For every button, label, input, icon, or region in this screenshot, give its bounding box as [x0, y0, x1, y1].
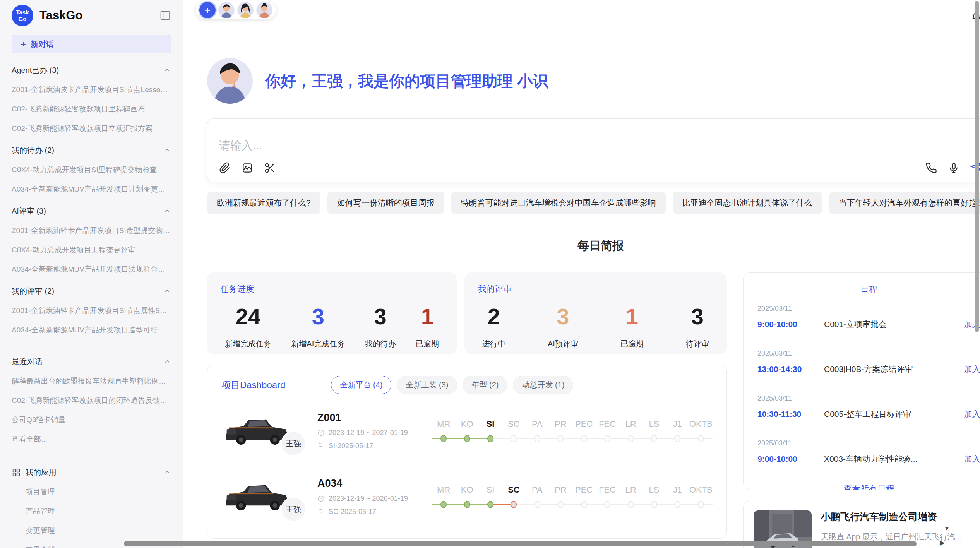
chevron-up-icon[interactable] [163, 358, 171, 366]
schedule-name: X003-车辆动力学性能验... [824, 454, 957, 464]
join-link[interactable]: 加入 [964, 454, 980, 464]
suggestion-chips: 欧洲新规最近颁布了什么? 如何写一份清晰的项目周报 特朗普可能对进口汽车增税会对… [207, 192, 980, 214]
scissors-icon[interactable] [264, 162, 276, 174]
agent-avatar-2[interactable] [237, 2, 254, 18]
chevron-up-icon[interactable] [163, 147, 171, 154]
list-item[interactable]: Z001-全新燃油轻卡产品开发项目SI节点属性5D文件评审 [12, 306, 171, 316]
section-recent-chats[interactable]: 最近对话 [12, 356, 171, 367]
stat-value: 3 [548, 305, 578, 329]
attachment-icon[interactable] [219, 162, 231, 174]
chevron-up-icon[interactable] [163, 67, 171, 74]
sidebar-item-project-mgmt[interactable]: 项目管理 [26, 487, 171, 497]
list-item[interactable]: Z001-全新燃油皮卡产品开发项目SI节点Lesson Learn报告 [12, 85, 171, 95]
project-row[interactable]: 王强 A034 2023-12-19 ~ 2026-01-19 SC-2025-… [207, 468, 726, 526]
scroll-down-arrow[interactable]: ▼ [944, 525, 950, 533]
list-item[interactable]: C02-飞腾新能源轻客改款项目的闭环通告反馈情况 [12, 396, 171, 406]
stat: 2进行中 [482, 305, 505, 349]
section-agent-done[interactable]: Agent已办 (3) [12, 65, 171, 75]
sidebar-item-my-apps[interactable]: 我的应用 [12, 467, 171, 478]
divider [12, 347, 171, 347]
list-item[interactable]: C02-飞腾新能源轻客改款项目里程碑画布 [12, 104, 171, 114]
sidebar-item-label: 我的应用 [26, 467, 57, 478]
app-grid-icon [12, 468, 21, 477]
divider [12, 456, 171, 456]
list-item[interactable]: C02-飞腾新能源轻客改款项目立项汇报方案 [12, 123, 171, 134]
chat-input[interactable]: 请输入... [219, 138, 980, 154]
list-item[interactable]: A034-全新新能源MUV产品开发项目法规符合性评审 [12, 264, 171, 274]
milestone-PR: PR [549, 485, 572, 508]
phone-call-icon[interactable] [925, 162, 937, 174]
schedule-time: 9:00-10:00 [757, 454, 824, 464]
flag-icon [317, 508, 325, 515]
project-dates: 2023-12-19 ~ 2027-01-19 [329, 429, 408, 437]
suggestion-chip[interactable]: 特朗普可能对进口汽车增税会对中国车企造成哪些影响 [451, 192, 666, 214]
schedule-card: 日程 2025/03/11 9:00-10:00 C001-立项审批会 加入 2… [743, 272, 980, 490]
suggestion-chip[interactable]: 当下年轻人对汽车外观有怎样的喜好趋势 [829, 192, 980, 214]
section-label: 最近对话 [12, 356, 43, 367]
suggestion-chip[interactable]: 如何写一份清晰的项目周报 [327, 192, 444, 214]
agent-avatar-1[interactable] [218, 2, 235, 18]
milestone-FEC: FEC [596, 419, 619, 442]
milestone-SC: SC [502, 419, 525, 442]
project-car-image: 王强 [221, 412, 299, 450]
add-agent-button[interactable]: + [199, 2, 216, 18]
microphone-icon[interactable] [948, 162, 959, 174]
list-item[interactable]: A034-全新新能源MUV产品开发项目造型可行性评审 [12, 325, 171, 335]
schedule-item: 2025/03/11 13:00-14:30 C003|H0B-方案冻结评审 加… [755, 340, 980, 385]
project-row-partial [207, 536, 726, 539]
chevron-up-icon[interactable] [163, 288, 171, 295]
assistant-avatar [207, 58, 253, 104]
sidebar-item-product-mgmt[interactable]: 产品管理 [26, 506, 171, 516]
greeting-text: 你好，王强，我是你的项目管理助理 小识 [265, 70, 548, 92]
section-ai-review[interactable]: AI评审 (3) [12, 206, 171, 216]
tab-new-platform[interactable]: 全新平台 (4) [331, 376, 391, 394]
tab-powertrain-dev[interactable]: 动总开发 (1) [513, 376, 573, 394]
milestone-KO: KO [455, 419, 478, 442]
list-item[interactable]: Z001-全新燃油轻卡产品开发项目SI造型提交物评审 [12, 226, 171, 236]
card-title: 我的评审 [478, 283, 714, 295]
stat-label: 新增完成任务 [225, 339, 271, 349]
list-item[interactable]: 公司Q3轻卡销量 [12, 415, 171, 425]
list-item[interactable]: C0X4-动力总成开发项目SI里程碑提交物检查 [12, 165, 171, 175]
image-upload-icon[interactable] [242, 162, 253, 174]
join-link[interactable]: 加入 [964, 364, 980, 375]
new-chat-button[interactable]: + 新对话 [12, 35, 171, 53]
project-flag: SI-2025-05-17 [329, 442, 373, 450]
chevron-up-icon[interactable] [163, 207, 171, 215]
horizontal-scrollbar[interactable] [124, 541, 917, 546]
tab-new-bodywork[interactable]: 全新上装 (3) [397, 376, 457, 394]
milestone-KO: KO [455, 485, 478, 508]
list-item[interactable]: 解释最新出台的欧盟报废车法规再生塑料比例被调至15%... [12, 376, 171, 386]
collapse-sidebar-icon[interactable] [159, 10, 171, 21]
stat-label: 已逾期 [620, 339, 644, 349]
section-my-review[interactable]: 我的评审 (2) [12, 286, 171, 296]
scroll-right-arrow[interactable]: ▶ [940, 539, 945, 547]
stat-value: 1 [416, 305, 439, 329]
stat-value: 3 [686, 305, 709, 329]
project-row[interactable]: 王强 Z001 2023-12-19 ~ 2027-01-19 SI-2025-… [207, 402, 726, 460]
logo-line1: Task [16, 9, 29, 15]
project-code: Z001 [317, 412, 430, 424]
list-item[interactable]: C0X4-动力总成开发项目工程变更评审 [12, 245, 171, 255]
tab-year-model[interactable]: 年型 (2) [463, 376, 507, 394]
stat-label: 我的待办 [365, 339, 396, 349]
stat: 3AI预评审 [548, 305, 578, 349]
list-item[interactable]: A034-全新新能源MUV产品开发项目计划变更表编写 [12, 184, 171, 194]
view-all-recent[interactable]: 查看全部... [12, 434, 171, 444]
suggestion-chip[interactable]: 比亚迪全固态电池计划具体说了什么 [673, 192, 822, 214]
dashboard-tabs: 全新平台 (4) 全新上装 (3) 年型 (2) 动总开发 (1) [331, 376, 573, 394]
agent-avatar-3[interactable] [256, 2, 272, 18]
clock-icon [317, 429, 325, 437]
chevron-up-icon[interactable] [163, 469, 171, 476]
sidebar-header: Task Go TaskGo [12, 5, 171, 26]
milestone-PEC: PEC [572, 419, 596, 442]
view-all-schedule-link[interactable]: 查看所有日程 [755, 474, 980, 490]
project-dashboard-card: 项目Dashboard 全新平台 (4) 全新上装 (3) 年型 (2) 动总开… [207, 365, 727, 539]
join-link[interactable]: 加入 [964, 409, 980, 420]
stat-label: 待评审 [686, 339, 709, 349]
vertical-scrollbar[interactable] [975, 1, 979, 332]
suggestion-chip[interactable]: 欧洲新规最近颁布了什么? [207, 192, 320, 214]
milestone-PA: PA [526, 485, 549, 508]
section-my-todo[interactable]: 我的待办 (2) [12, 145, 171, 156]
sidebar-item-change-mgmt[interactable]: 变更管理 [26, 526, 171, 536]
